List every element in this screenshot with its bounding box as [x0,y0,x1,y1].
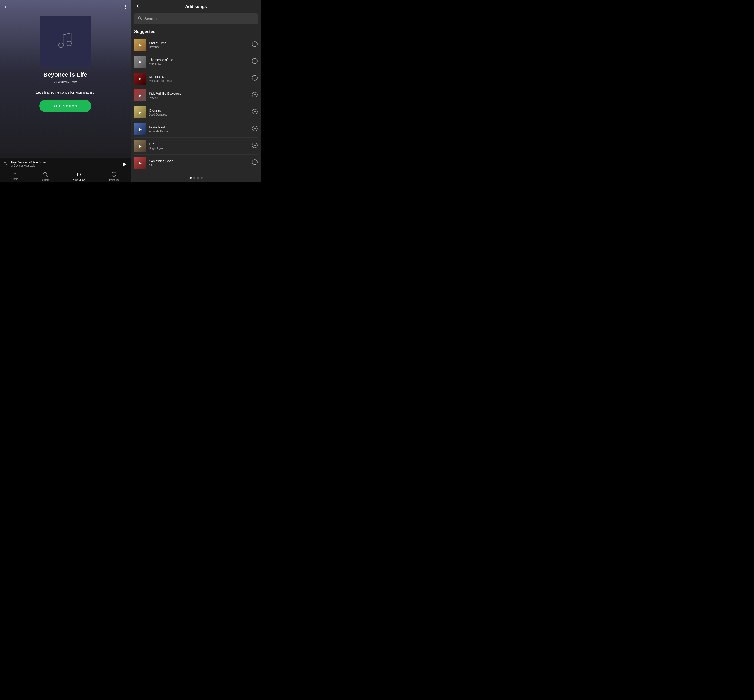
thumb-play-icon: ▶ [139,43,142,47]
music-note-icon [55,30,76,52]
add-song-button[interactable] [252,58,258,66]
mini-player: ♡ Tiny Dancer • Elton John ⊟ Devices Ava… [0,158,131,170]
thumb-play-icon: ▶ [139,93,142,98]
song-info: The sense of me Mud Flow [149,58,249,66]
song-name: Kids Will Be Skeletons [149,92,249,95]
playlist-title: Beyonce is Life [0,71,131,78]
song-item: ▶ Mountains Message To Bears [134,70,258,87]
left-panel: ‹ Beyonce is Life by worrynomore Let's f… [0,0,131,182]
song-artist: Bright Eyes [149,147,249,150]
nav-item-search[interactable]: Search [42,172,50,181]
thumb-play-icon: ▶ [139,59,142,64]
mini-player-device: ⊟ Devices Available [11,164,123,167]
song-item: ▶ Crosses José González [134,104,258,121]
find-songs-text: Let's find some songs for your playlist. [0,90,131,94]
song-info: End of Time Beyoncé [149,41,249,49]
library-icon [77,172,82,178]
more-dot-3 [125,8,126,9]
premium-icon [111,172,116,178]
song-artist: Mud Flow [149,62,249,66]
album-art [40,16,91,67]
right-back-button[interactable] [135,4,140,10]
song-item: ▶ Kids Will Be Skeletons Mogwai [134,87,258,104]
songs-list: ▶ End of Time Beyoncé ▶ The sense of me … [134,36,258,172]
svg-point-3 [59,43,63,48]
search-icon [138,16,142,22]
add-songs-button[interactable]: ADD SONGS [39,100,91,112]
song-thumbnail[interactable]: ▶ [134,89,146,102]
more-dot-1 [125,5,126,6]
song-item: ▶ Something Good alt-J [134,155,258,172]
song-info: In My Mind Amanda Palmer [149,125,249,133]
song-artist: Message To Bears [149,79,249,83]
nav-label-search: Search [42,178,50,181]
svg-point-4 [67,41,71,46]
svg-line-9 [80,173,81,176]
right-header: Add songs [131,0,262,13]
play-button[interactable]: ▶ [123,161,127,167]
svg-point-5 [44,172,47,175]
search-nav-icon [43,172,48,178]
song-artist: Amanda Palmer [149,130,249,133]
song-info: Mountains Message To Bears [149,75,249,83]
song-info: Lua Bright Eyes [149,142,249,150]
search-placeholder: Search [144,17,157,21]
thumb-play-icon: ▶ [139,144,142,148]
add-song-button[interactable] [252,109,258,116]
song-artist: Beyoncé [149,45,249,49]
song-name: Crosses [149,109,249,112]
thumb-play-icon: ▶ [139,161,142,165]
add-song-button[interactable] [252,125,258,133]
nav-item-home[interactable]: ⌂ Home [12,172,18,181]
add-song-button[interactable] [252,41,258,48]
page-dot-4 [201,177,203,179]
back-button[interactable]: ‹ [5,4,6,10]
more-button[interactable] [125,5,126,9]
add-song-button[interactable] [252,142,258,150]
song-info: Kids Will Be Skeletons Mogwai [149,92,249,99]
page-dot-3 [197,177,199,179]
song-item: ▶ In My Mind Amanda Palmer [134,121,258,138]
nav-label-library: Your Library [73,178,86,181]
song-thumbnail[interactable]: ▶ [134,39,146,51]
song-name: In My Mind [149,125,249,129]
add-song-button[interactable] [252,92,258,99]
search-bar[interactable]: Search [134,13,258,24]
svg-line-0 [63,33,71,35]
nav-bar: ⌂ Home Search [0,170,131,182]
song-artist: Mogwai [149,96,249,99]
song-name: End of Time [149,41,249,45]
heart-button[interactable]: ♡ [4,161,8,167]
song-thumbnail[interactable]: ▶ [134,106,146,118]
song-artist: alt-J [149,164,249,167]
nav-label-premium: Premium [109,178,119,181]
song-thumbnail[interactable]: ▶ [134,73,146,84]
mini-player-info: Tiny Dancer • Elton John ⊟ Devices Avail… [11,161,123,167]
nav-label-home: Home [12,178,18,180]
svg-line-12 [140,19,142,20]
more-dot-2 [125,6,126,7]
song-info: Something Good alt-J [149,159,249,167]
add-song-button[interactable] [252,75,258,82]
nav-item-premium[interactable]: Premium [109,172,119,181]
song-name: Mountains [149,75,249,78]
suggested-heading: Suggested [134,29,258,34]
song-thumbnail[interactable]: ▶ [134,56,146,68]
home-icon: ⌂ [13,172,16,177]
song-thumbnail[interactable]: ▶ [134,157,146,169]
song-info: Crosses José González [149,109,249,116]
add-song-button[interactable] [252,159,258,167]
device-icon: ⊟ [11,164,13,167]
song-item: ▶ End of Time Beyoncé [134,36,258,53]
left-header: ‹ [0,0,131,13]
page-dot-1 [190,177,192,179]
song-name: Something Good [149,159,249,163]
nav-item-library[interactable]: Your Library [73,172,86,181]
page-dots [131,175,262,182]
song-name: Lua [149,142,249,146]
bottom-bar: ♡ Tiny Dancer • Elton John ⊟ Devices Ava… [0,158,131,182]
song-thumbnail[interactable]: ▶ [134,140,146,152]
thumb-play-icon: ▶ [139,77,142,81]
song-thumbnail[interactable]: ▶ [134,123,146,135]
svg-line-6 [46,175,48,176]
